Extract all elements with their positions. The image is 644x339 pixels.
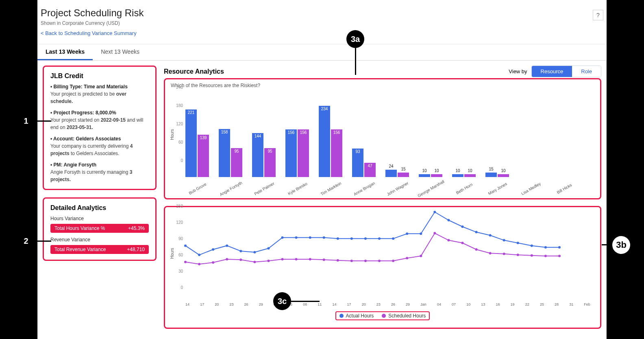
project-info-panel: JLB Credit • Billing Type: Time and Mate… xyxy=(43,66,157,190)
line-point[interactable] xyxy=(184,245,187,247)
line-point[interactable] xyxy=(489,234,492,236)
bar[interactable]: 10 xyxy=(419,174,430,177)
line-point[interactable] xyxy=(337,259,339,262)
line-point[interactable] xyxy=(281,236,284,239)
bar[interactable]: 95 xyxy=(231,148,242,177)
line-point[interactable] xyxy=(212,248,214,251)
line-point[interactable] xyxy=(447,239,450,241)
tab-last-13-weeks[interactable]: Last 13 Weeks xyxy=(37,44,93,60)
line-point[interactable] xyxy=(475,248,478,251)
line-point[interactable] xyxy=(392,260,394,262)
line-x-tick: 17 xyxy=(347,302,351,306)
help-button[interactable]: ? xyxy=(593,10,603,20)
bar[interactable]: 15 xyxy=(485,173,497,177)
bar[interactable]: 158 xyxy=(219,129,230,177)
line-point[interactable] xyxy=(295,236,298,239)
line-point[interactable] xyxy=(309,258,311,260)
line-point[interactable] xyxy=(253,251,256,254)
line-point[interactable] xyxy=(433,232,436,234)
bar[interactable]: 156 xyxy=(298,129,309,177)
line-point[interactable] xyxy=(364,237,367,240)
line-point[interactable] xyxy=(323,258,325,261)
line-point[interactable] xyxy=(253,261,256,263)
bar[interactable]: 95 xyxy=(264,148,276,177)
line-point[interactable] xyxy=(489,252,492,254)
line-point[interactable] xyxy=(309,236,311,239)
line-point[interactable] xyxy=(503,253,505,255)
line-point[interactable] xyxy=(337,237,339,240)
bar[interactable]: 10 xyxy=(452,174,463,177)
bar[interactable]: 24 xyxy=(385,170,397,177)
line-point[interactable] xyxy=(558,255,561,257)
legend-scheduled: Scheduled Hours xyxy=(382,313,426,319)
line-point[interactable] xyxy=(392,237,394,240)
line-point[interactable] xyxy=(350,237,353,240)
line-point[interactable] xyxy=(544,255,547,257)
line-x-tick: 04 xyxy=(437,302,441,306)
hours-variance-kpi[interactable]: Total Hours Variance % +45.3% xyxy=(50,224,149,233)
line-point[interactable] xyxy=(461,225,463,228)
progress-row: • Project Progress: 8,000.0% xyxy=(50,110,149,116)
line-point[interactable] xyxy=(226,258,228,260)
line-point[interactable] xyxy=(281,258,284,260)
revenue-variance-kpi[interactable]: Total Revenue Variance +48,710 xyxy=(50,245,149,254)
legend-actual: Actual Hours xyxy=(339,313,374,319)
page-title: Project Scheduling Risk xyxy=(41,7,607,19)
bar[interactable]: 15 xyxy=(398,173,409,177)
line-point[interactable] xyxy=(267,260,270,262)
bar[interactable]: 139 xyxy=(198,135,209,177)
line-point[interactable] xyxy=(267,247,270,249)
bar[interactable]: 47 xyxy=(364,163,376,177)
line-point[interactable] xyxy=(475,231,478,233)
bar[interactable]: 156 xyxy=(331,129,342,177)
view-by-role-button[interactable]: Role xyxy=(572,66,601,77)
line-point[interactable] xyxy=(517,242,519,244)
line-point[interactable] xyxy=(503,239,505,241)
bar-group: 9347Anne Brogan xyxy=(352,149,376,177)
line-point[interactable] xyxy=(461,242,463,244)
line-point[interactable] xyxy=(420,232,422,235)
tab-next-13-weeks[interactable]: Next 13 Weeks xyxy=(93,44,148,60)
line-x-tick: 17 xyxy=(200,302,204,306)
line-point[interactable] xyxy=(295,258,298,260)
account-row: • Account: Gelders Associates xyxy=(50,136,149,142)
line-point[interactable] xyxy=(323,236,325,239)
bar[interactable]: 234 xyxy=(319,106,330,177)
bar[interactable]: 10 xyxy=(464,174,476,177)
line-point[interactable] xyxy=(406,257,408,259)
line-series[interactable] xyxy=(185,212,559,255)
line-point[interactable] xyxy=(184,261,187,263)
detailed-title: Detailed Analytics xyxy=(50,204,149,212)
bar-group: 234156Tim Marklein xyxy=(319,106,343,177)
line-point[interactable] xyxy=(517,254,519,256)
line-x-tick: 20 xyxy=(215,302,219,306)
line-point[interactable] xyxy=(531,245,533,247)
line-point[interactable] xyxy=(226,245,228,247)
line-point[interactable] xyxy=(531,254,533,257)
line-point[interactable] xyxy=(544,246,547,249)
line-point[interactable] xyxy=(364,260,367,262)
line-x-tick: 23 xyxy=(376,302,381,306)
bar[interactable]: 93 xyxy=(352,149,363,177)
view-by-resource-button[interactable]: Resource xyxy=(532,66,572,77)
line-point[interactable] xyxy=(198,263,200,265)
bar[interactable]: 10 xyxy=(431,174,442,177)
bar[interactable]: 144 xyxy=(252,133,263,177)
line-point[interactable] xyxy=(420,255,422,257)
line-point[interactable] xyxy=(350,260,353,262)
line-point[interactable] xyxy=(198,254,200,256)
line-point[interactable] xyxy=(558,246,561,249)
line-point[interactable] xyxy=(406,232,408,235)
line-point[interactable] xyxy=(378,237,381,240)
line-point[interactable] xyxy=(239,258,242,261)
line-point[interactable] xyxy=(433,211,436,213)
line-point[interactable] xyxy=(212,261,214,264)
bar[interactable]: 221 xyxy=(185,109,197,177)
bar[interactable]: 10 xyxy=(498,174,509,177)
bar[interactable]: 156 xyxy=(285,129,297,177)
line-x-tick: 25 xyxy=(540,302,544,306)
line-point[interactable] xyxy=(239,250,242,252)
line-point[interactable] xyxy=(447,219,450,221)
line-point[interactable] xyxy=(378,260,381,262)
back-link[interactable]: < Back to Scheduling Variance Summary xyxy=(41,30,137,36)
